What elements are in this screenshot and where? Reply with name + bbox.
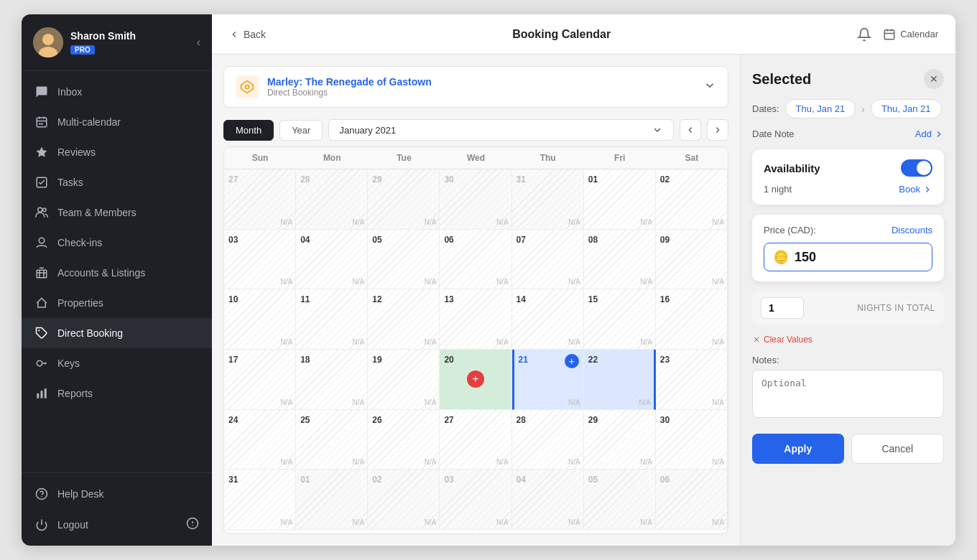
sidebar-item-reviews[interactable]: Reviews — [22, 137, 212, 167]
calendar-view-button[interactable]: Calendar — [883, 28, 938, 41]
cal-cell-jan04[interactable]: 04N/A — [296, 230, 368, 290]
cal-cell-jan01[interactable]: 01N/A — [584, 169, 656, 230]
notes-input[interactable] — [752, 370, 944, 418]
cal-cell-jan23[interactable]: 23N/A — [656, 350, 728, 410]
cal-cell-jan13[interactable]: 13N/A — [440, 289, 511, 350]
sidebar-item-inbox[interactable]: Inbox — [22, 77, 212, 107]
cal-cell-jan02[interactable]: 02N/A — [656, 169, 728, 230]
availability-toggle[interactable] — [901, 159, 932, 177]
month-view-button[interactable]: Month — [223, 120, 274, 141]
nights-count: 1 night — [764, 184, 792, 195]
calendar-body: 27N/A 28N/A 29N/A 30N/A 31N/A 01N/A 02N/… — [224, 169, 728, 530]
cal-cell-jan25[interactable]: 25N/A — [296, 410, 368, 470]
sidebar-item-properties[interactable]: Properties — [22, 288, 212, 318]
cal-cell-jan12[interactable]: 12N/A — [368, 289, 440, 350]
topbar: Back Booking Calendar Calendar — [212, 14, 955, 55]
cal-cell-jan31[interactable]: 31N/A — [224, 470, 296, 530]
month-selector[interactable]: January 2021 — [328, 119, 674, 141]
svg-rect-14 — [41, 391, 43, 398]
price-input-row[interactable]: 🪙 150 — [764, 243, 932, 271]
cal-cell-feb04[interactable]: 04N/A — [512, 470, 584, 530]
back-button[interactable]: Back — [229, 29, 266, 40]
cal-cell-jan05[interactable]: 05N/A — [368, 230, 440, 290]
svg-rect-5 — [41, 123, 42, 125]
cal-cell-jan16[interactable]: 16N/A — [656, 289, 728, 350]
cal-cell-dec28[interactable]: 28N/A — [296, 169, 368, 230]
cal-cell-jan22[interactable]: 22 N/A — [584, 350, 656, 410]
cal-cell-jan24[interactable]: 24N/A — [224, 410, 296, 470]
sidebar-item-tasks[interactable]: Tasks — [22, 167, 212, 197]
cal-cell-feb02[interactable]: 02N/A — [368, 470, 440, 530]
cal-cell-jan28[interactable]: 28N/A — [512, 410, 584, 470]
panel-close-button[interactable]: ✕ — [924, 69, 944, 89]
sidebar-item-team[interactable]: Team & Members — [22, 197, 212, 228]
cal-cell-jan26[interactable]: 26N/A — [368, 410, 440, 470]
cal-cell-jan14[interactable]: 14N/A — [512, 289, 584, 350]
calendar-grid: Sun Mon Tue Wed Thu Fri Sat 27N/A 28N/A … — [223, 146, 728, 534]
cal-cell-jan11[interactable]: 11N/A — [296, 289, 368, 350]
building-icon — [34, 266, 49, 280]
cal-cell-jan27[interactable]: 27N/A — [440, 410, 511, 470]
listing-dropdown-button[interactable] — [703, 79, 716, 95]
sidebar-item-logout[interactable]: Logout — [22, 509, 212, 540]
cal-cell-jan30[interactable]: 30N/A — [656, 410, 728, 470]
listing-name: Marley: The Renegade of Gastown — [267, 76, 432, 88]
day-header-fri: Fri — [584, 147, 656, 169]
cal-cell-feb05[interactable]: 05N/A — [584, 470, 656, 530]
cal-cell-jan15[interactable]: 15N/A — [584, 289, 656, 350]
user-info: Sharon Smith PRO — [70, 29, 190, 55]
svg-rect-4 — [39, 123, 40, 125]
add-event-button-jan21[interactable]: + — [565, 354, 579, 368]
sidebar-item-accounts[interactable]: Accounts & Listings — [22, 258, 212, 288]
date-end-chip[interactable]: Thu, Jan 21 — [871, 99, 942, 118]
svg-rect-13 — [37, 393, 39, 398]
day-header-wed: Wed — [440, 147, 511, 169]
panel-actions: Apply Cancel — [752, 434, 944, 464]
sidebar-collapse-button[interactable]: ‹ — [197, 36, 200, 49]
cal-cell-jan10[interactable]: 10N/A — [224, 289, 296, 350]
nights-total-input[interactable] — [761, 297, 804, 319]
cal-cell-jan20[interactable]: 20 + — [440, 350, 511, 410]
cal-cell-dec29[interactable]: 29N/A — [368, 169, 440, 230]
prev-month-button[interactable] — [680, 119, 701, 141]
add-event-button-jan20[interactable]: + — [467, 370, 484, 388]
topbar-actions: Calendar — [857, 27, 938, 42]
apply-button[interactable]: Apply — [752, 434, 844, 464]
sidebar-item-multi-calendar[interactable]: Multi-calendar — [22, 107, 212, 137]
cal-cell-feb01[interactable]: 01N/A — [296, 470, 368, 530]
cal-cell-jan06[interactable]: 06N/A — [440, 230, 511, 290]
cal-cell-dec30[interactable]: 30N/A — [440, 169, 511, 230]
clear-values-button[interactable]: Clear Values — [752, 335, 944, 345]
page-title: Booking Calendar — [277, 28, 846, 41]
cal-cell-jan08[interactable]: 08N/A — [584, 230, 656, 290]
cal-cell-dec31[interactable]: 31N/A — [512, 169, 584, 230]
next-month-button[interactable] — [707, 119, 728, 141]
sidebar-item-reports[interactable]: Reports — [22, 378, 212, 409]
cal-cell-dec27[interactable]: 27N/A — [224, 169, 296, 230]
discounts-link[interactable]: Discounts — [892, 225, 932, 235]
cal-cell-jan03[interactable]: 03N/A — [224, 230, 296, 290]
cancel-button[interactable]: Cancel — [851, 434, 945, 464]
sidebar-item-direct-booking[interactable]: Direct Booking — [22, 318, 212, 348]
add-date-note-button[interactable]: Add — [915, 129, 944, 139]
notifications-button[interactable] — [857, 27, 871, 42]
cal-cell-jan29[interactable]: 29N/A — [584, 410, 656, 470]
cal-cell-jan17[interactable]: 17N/A — [224, 350, 296, 410]
cal-cell-jan21[interactable]: 21 + N/A — [512, 350, 584, 410]
sidebar-item-checkins[interactable]: Check-ins — [22, 228, 212, 258]
notes-label: Notes: — [752, 355, 944, 365]
date-start-chip[interactable]: Thu, Jan 21 — [785, 99, 856, 118]
cal-cell-jan19[interactable]: 19N/A — [368, 350, 440, 410]
star-icon — [34, 145, 49, 159]
cal-cell-feb06[interactable]: 06N/A — [656, 470, 728, 530]
cal-cell-feb03[interactable]: 03N/A — [440, 470, 511, 530]
year-view-button[interactable]: Year — [279, 120, 323, 141]
sidebar-item-help[interactable]: Help Desk — [22, 479, 212, 509]
day-header-thu: Thu — [512, 147, 584, 169]
cal-cell-jan18[interactable]: 18N/A — [296, 350, 368, 410]
book-link[interactable]: Book — [899, 184, 932, 195]
users-icon — [34, 205, 49, 220]
cal-cell-jan07[interactable]: 07N/A — [512, 230, 584, 290]
sidebar-item-keys[interactable]: Keys — [22, 348, 212, 378]
cal-cell-jan09[interactable]: 09N/A — [656, 230, 728, 290]
